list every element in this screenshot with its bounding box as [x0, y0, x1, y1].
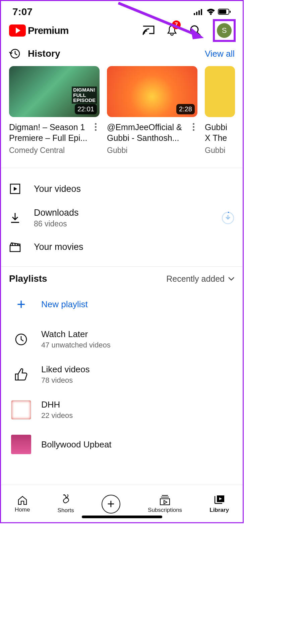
chevron-down-icon — [228, 276, 235, 281]
clock-icon — [11, 329, 31, 350]
video-thumbnail: DIGMAN! FULL EPISODE 22:01 — [9, 66, 100, 117]
youtube-premium-logo[interactable]: Premium — [9, 24, 68, 37]
more-options-icon[interactable] — [189, 122, 197, 131]
status-bar: 7:07 — [1, 1, 243, 20]
video-title: Gubbi X The Beat — [205, 122, 235, 143]
wifi-icon — [206, 8, 215, 15]
history-icon — [9, 48, 20, 59]
playlist-sub: 22 videos — [41, 411, 73, 420]
account-avatar[interactable]: S — [217, 23, 232, 38]
svg-rect-2 — [198, 10, 200, 15]
video-thumbnail — [205, 66, 235, 117]
playlists-sort[interactable]: Recently added — [166, 274, 235, 284]
download-icon — [9, 212, 21, 224]
plus-icon: + — [107, 497, 115, 511]
your-movies-row[interactable]: Your movies — [9, 235, 235, 259]
search-icon[interactable] — [189, 24, 201, 37]
new-playlist-row[interactable]: + New playlist — [9, 287, 235, 322]
playlist-thumbnail — [11, 400, 31, 420]
playlist-name: Liked videos — [41, 364, 90, 375]
plus-icon: + — [11, 294, 31, 314]
video-title: @EmmJeeOfficial & Gubbi - Santhosh... — [107, 122, 187, 143]
playlist-sub: 47 unwatched videos — [41, 341, 111, 350]
cellular-icon — [194, 8, 204, 15]
video-channel: Gubbi — [107, 146, 197, 155]
nav-create[interactable]: + — [102, 495, 120, 514]
nav-label: Subscriptions — [148, 507, 182, 514]
nav-label: Home — [15, 506, 30, 513]
playlist-name: Bollywood Upbeat — [41, 439, 112, 450]
playlist-liked-videos[interactable]: Liked videos 78 videos — [9, 357, 235, 392]
history-header: History View all — [1, 46, 243, 64]
playlist-name: New playlist — [41, 299, 88, 310]
playlist-dhh[interactable]: DHH 22 videos — [9, 392, 235, 427]
playlist-watch-later[interactable]: Watch Later 47 unwatched videos — [9, 322, 235, 357]
playlist-bollywood-upbeat[interactable]: Bollywood Upbeat — [9, 427, 235, 462]
playlists-title: Playlists — [9, 273, 47, 284]
premium-label: Premium — [28, 25, 68, 36]
nav-shorts[interactable]: Shorts — [58, 494, 74, 514]
svg-rect-7 — [230, 11, 231, 13]
row-subtitle: 86 videos — [34, 219, 79, 228]
home-indicator — [82, 516, 162, 518]
video-channel: Gubbi — [205, 146, 235, 155]
nav-subscriptions[interactable]: Subscriptions — [148, 495, 182, 514]
row-title: Your videos — [34, 184, 81, 194]
subscriptions-icon — [159, 495, 171, 505]
svg-rect-0 — [194, 13, 195, 15]
app-header: Premium 7 S — [1, 20, 243, 46]
nav-home[interactable]: Home — [15, 495, 30, 513]
home-icon — [17, 495, 28, 505]
svg-rect-1 — [196, 12, 197, 15]
video-thumbnail: 2:28 — [107, 66, 197, 117]
thumb-overlay-text: DIGMAN! FULL EPISODE — [72, 87, 97, 104]
more-options-icon[interactable] — [92, 122, 100, 131]
notification-badge: 7 — [172, 20, 181, 29]
avatar-highlight: S — [213, 19, 236, 42]
your-videos-row[interactable]: Your videos — [9, 177, 235, 201]
playlists-header: Playlists Recently added — [9, 273, 235, 287]
shorts-icon — [61, 494, 71, 506]
nav-label: Shorts — [58, 507, 74, 514]
video-duration: 2:28 — [176, 104, 195, 114]
row-title: Your movies — [34, 242, 83, 252]
your-videos-icon — [9, 183, 21, 194]
history-card[interactable]: 2:28 @EmmJeeOfficial & Gubbi - Santhosh.… — [107, 66, 197, 155]
video-channel: Comedy Central — [9, 146, 100, 155]
download-status-icon — [221, 211, 235, 225]
svg-rect-3 — [201, 9, 202, 15]
svg-point-4 — [210, 13, 212, 15]
history-card[interactable]: DIGMAN! FULL EPISODE 22:01 Digman! – Sea… — [9, 66, 100, 155]
status-icons — [194, 8, 231, 15]
downloads-row[interactable]: Downloads 86 videos — [9, 201, 235, 235]
sort-label: Recently added — [166, 274, 225, 284]
svg-line-9 — [197, 33, 200, 36]
playlist-sub: 78 videos — [41, 376, 90, 385]
playlist-thumbnail — [11, 435, 31, 454]
svg-rect-13 — [10, 246, 20, 252]
nav-library[interactable]: Library — [210, 495, 229, 514]
video-duration: 22:01 — [75, 104, 97, 114]
svg-point-8 — [191, 26, 198, 33]
history-view-all[interactable]: View all — [205, 49, 235, 59]
nav-label: Library — [210, 507, 229, 514]
youtube-icon — [9, 24, 26, 37]
video-title: Digman! – Season 1 Premiere – Full Epi..… — [9, 122, 90, 143]
thumbs-up-icon — [11, 365, 31, 385]
svg-rect-6 — [219, 10, 226, 14]
status-time: 7:07 — [12, 6, 33, 17]
battery-icon — [218, 8, 231, 15]
library-icon — [214, 495, 225, 505]
notifications-icon[interactable]: 7 — [166, 24, 178, 37]
history-title: History — [28, 48, 60, 59]
cast-icon[interactable] — [142, 24, 155, 37]
playlist-name: DHH — [41, 399, 73, 410]
history-carousel[interactable]: DIGMAN! FULL EPISODE 22:01 Digman! – Sea… — [1, 64, 243, 164]
playlist-name: Watch Later — [41, 329, 111, 339]
movies-icon — [9, 242, 21, 252]
history-card[interactable]: Gubbi X The Beat Gubbi — [205, 66, 235, 155]
row-title: Downloads — [34, 208, 79, 218]
